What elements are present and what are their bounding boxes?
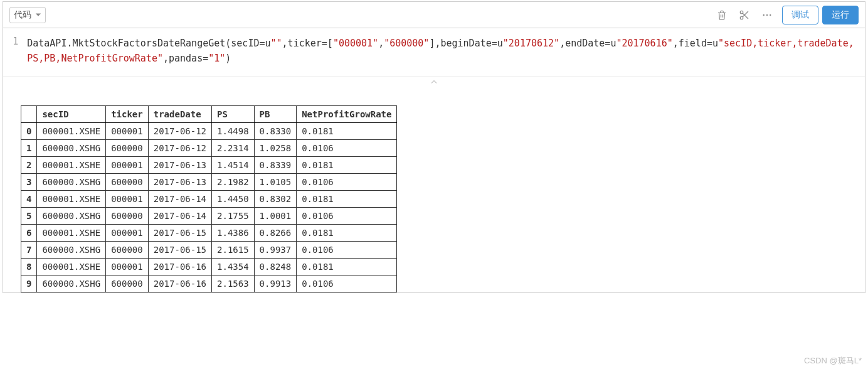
column-header: ticker — [106, 106, 149, 123]
table-cell: 2017-06-14 — [148, 208, 211, 225]
table-cell: 2017-06-16 — [148, 275, 211, 292]
table-body: 0000001.XSHE0000012017-06-121.44980.8330… — [21, 123, 397, 292]
table-cell: 0.0106 — [297, 242, 397, 259]
watermark-text: CSDN @斑马L* — [804, 355, 862, 366]
table-cell: 0.0181 — [297, 123, 397, 140]
table-cell: 000001 — [106, 191, 149, 208]
table-row: 4000001.XSHE0000012017-06-141.44500.8302… — [21, 191, 397, 208]
celltype-label: 代码 — [14, 9, 31, 21]
table-cell: 2017-06-13 — [148, 174, 211, 191]
table-cell: 000001.XSHE — [37, 191, 106, 208]
table-cell: 2017-06-12 — [148, 140, 211, 157]
table-cell: 000001 — [106, 123, 149, 140]
table-cell: 0.9937 — [254, 242, 297, 259]
row-index: 4 — [21, 191, 37, 208]
table-cell: 2017-06-16 — [148, 259, 211, 275]
code-editor[interactable]: 1 DataAPI.MktStockFactorsDateRangeGet(se… — [3, 28, 865, 76]
collapse-output-toggle[interactable] — [3, 76, 865, 89]
table-cell: 2.1563 — [212, 275, 255, 292]
notebook-cell: 代码 调试 运行 1 DataAPI.MktStockFactorsDateRa… — [3, 1, 865, 293]
table-row: 7600000.XSHG6000002017-06-152.16150.9937… — [21, 242, 397, 259]
table-cell: 2.2314 — [212, 140, 255, 157]
run-button[interactable]: 运行 — [822, 6, 859, 24]
column-header: PS — [212, 106, 255, 123]
table-row: 3600000.XSHG6000002017-06-132.19821.0105… — [21, 174, 397, 191]
row-index: 0 — [21, 123, 37, 140]
code-content[interactable]: DataAPI.MktStockFactorsDateRangeGet(secI… — [23, 28, 865, 76]
column-header: tradeDate — [148, 106, 211, 123]
table-cell: 0.0181 — [297, 191, 397, 208]
table-cell: 0.0181 — [297, 225, 397, 242]
caret-down-icon — [35, 12, 41, 18]
table-cell: 0.0106 — [297, 275, 397, 292]
row-index: 7 — [21, 242, 37, 259]
table-cell: 1.4354 — [212, 259, 255, 275]
table-cell: 0.8339 — [254, 157, 297, 174]
result-table: secIDtickertradeDatePSPBNetProfitGrowRat… — [21, 105, 397, 292]
table-cell: 0.0181 — [297, 259, 397, 275]
table-cell: 600000.XSHG — [37, 242, 106, 259]
table-cell: 600000 — [106, 242, 149, 259]
table-cell: 0.8302 — [254, 191, 297, 208]
table-cell: 0.0106 — [297, 140, 397, 157]
row-index: 6 — [21, 225, 37, 242]
table-row: 0000001.XSHE0000012017-06-121.44980.8330… — [21, 123, 397, 140]
table-cell: 1.4386 — [212, 225, 255, 242]
trash-icon[interactable] — [716, 9, 728, 21]
scissors-icon[interactable] — [738, 9, 751, 21]
celltype-dropdown[interactable]: 代码 — [9, 7, 46, 23]
table-cell: 600000.XSHG — [37, 275, 106, 292]
table-cell: 000001.XSHE — [37, 157, 106, 174]
table-cell: 0.9913 — [254, 275, 297, 292]
table-cell: 600000 — [106, 208, 149, 225]
table-cell: 2.1615 — [212, 242, 255, 259]
chevron-up-icon — [429, 78, 439, 86]
svg-point-4 — [770, 14, 771, 15]
more-icon[interactable] — [761, 9, 773, 21]
svg-point-3 — [766, 14, 768, 15]
table-header: secIDtickertradeDatePSPBNetProfitGrowRat… — [21, 106, 397, 123]
row-index: 1 — [21, 140, 37, 157]
row-index: 8 — [21, 259, 37, 275]
line-gutter: 1 — [3, 28, 23, 76]
table-cell: 000001.XSHE — [37, 225, 106, 242]
table-cell: 1.4498 — [212, 123, 255, 140]
table-cell: 600000.XSHG — [37, 174, 106, 191]
table-cell: 0.0181 — [297, 157, 397, 174]
table-cell: 000001.XSHE — [37, 123, 106, 140]
table-cell: 600000.XSHG — [37, 208, 106, 225]
table-cell: 1.4514 — [212, 157, 255, 174]
table-cell: 600000 — [106, 140, 149, 157]
table-row: 2000001.XSHE0000012017-06-131.45140.8339… — [21, 157, 397, 174]
table-cell: 600000 — [106, 174, 149, 191]
table-cell: 000001 — [106, 157, 149, 174]
table-cell: 1.0105 — [254, 174, 297, 191]
table-cell: 000001 — [106, 225, 149, 242]
table-cell: 2017-06-15 — [148, 225, 211, 242]
table-cell: 2.1755 — [212, 208, 255, 225]
row-index: 2 — [21, 157, 37, 174]
table-cell: 000001.XSHE — [37, 259, 106, 275]
row-index: 5 — [21, 208, 37, 225]
debug-button[interactable]: 调试 — [782, 6, 818, 24]
table-cell: 000001 — [106, 259, 149, 275]
table-row: 1600000.XSHG6000002017-06-122.23141.0258… — [21, 140, 397, 157]
table-row: 5600000.XSHG6000002017-06-142.17551.0001… — [21, 208, 397, 225]
table-row: 9600000.XSHG6000002017-06-162.15630.9913… — [21, 275, 397, 292]
table-cell: 0.8248 — [254, 259, 297, 275]
row-index: 9 — [21, 275, 37, 292]
table-cell: 600000.XSHG — [37, 140, 106, 157]
table-cell: 1.4450 — [212, 191, 255, 208]
cell-toolbar: 代码 调试 运行 — [3, 2, 865, 28]
svg-point-2 — [763, 14, 765, 15]
table-cell: 0.0106 — [297, 208, 397, 225]
table-cell: 600000 — [106, 275, 149, 292]
column-header: PB — [254, 106, 297, 123]
table-row: 8000001.XSHE0000012017-06-161.43540.8248… — [21, 259, 397, 275]
table-cell: 1.0001 — [254, 208, 297, 225]
table-cell: 0.8330 — [254, 123, 297, 140]
table-cell: 1.0258 — [254, 140, 297, 157]
column-header: NetProfitGrowRate — [297, 106, 397, 123]
line-number: 1 — [3, 36, 18, 47]
table-cell: 2017-06-15 — [148, 242, 211, 259]
